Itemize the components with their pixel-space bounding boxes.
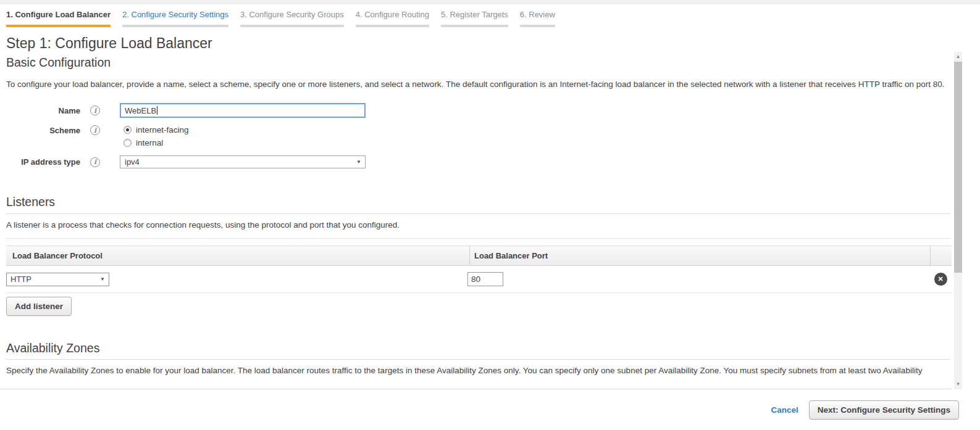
port-cell: 80 bbox=[467, 272, 928, 286]
scroll-down-icon[interactable]: ▼ bbox=[954, 379, 962, 389]
basic-configuration-heading: Basic Configuration bbox=[6, 56, 952, 70]
column-header-actions bbox=[930, 246, 952, 266]
scheme-options: internet-facing internal bbox=[124, 125, 189, 147]
listener-row: HTTP ▼ 80 ✕ bbox=[6, 266, 952, 293]
add-listener-button[interactable]: Add listener bbox=[6, 297, 72, 316]
availability-zones-heading: Availability Zones bbox=[6, 341, 952, 355]
listeners-description: A listener is a process that checks for … bbox=[6, 218, 945, 231]
tab-configure-security-settings[interactable]: 2. Configure Security Settings bbox=[122, 10, 228, 27]
name-input[interactable]: WebELB bbox=[120, 103, 366, 118]
cancel-button[interactable]: Cancel bbox=[771, 405, 798, 415]
radio-internet-facing-label: internet-facing bbox=[136, 125, 189, 134]
ip-address-type-label: IP address type bbox=[0, 157, 80, 167]
protocol-select[interactable]: HTTP ▼ bbox=[6, 273, 109, 286]
tab-register-targets[interactable]: 5. Register Targets bbox=[441, 10, 508, 27]
listeners-table-header: Load Balancer Protocol Load Balancer Por… bbox=[6, 246, 952, 266]
tab-configure-security-groups[interactable]: 3. Configure Security Groups bbox=[240, 10, 344, 27]
name-input-value: WebELB bbox=[125, 106, 156, 115]
top-divider bbox=[0, 0, 980, 4]
protocol-select-value: HTTP bbox=[10, 275, 31, 284]
column-header-port: Load Balancer Port bbox=[469, 246, 930, 266]
divider bbox=[6, 213, 950, 214]
scheme-row: Scheme i internet-facing internal bbox=[0, 125, 952, 147]
tab-review[interactable]: 6. Review bbox=[520, 10, 555, 27]
tab-configure-load-balancer[interactable]: 1. Configure Load Balancer bbox=[6, 10, 111, 27]
remove-listener-icon[interactable]: ✕ bbox=[934, 273, 947, 286]
scheme-option-internet-facing: internet-facing bbox=[124, 125, 189, 134]
tab-configure-routing[interactable]: 4. Configure Routing bbox=[356, 10, 429, 27]
wizard-footer: Cancel Next: Configure Security Settings bbox=[0, 390, 980, 430]
divider bbox=[6, 359, 950, 360]
column-header-protocol: Load Balancer Protocol bbox=[6, 251, 469, 260]
listeners-heading: Listeners bbox=[6, 195, 952, 209]
vertical-scrollbar: ▲ ▼ bbox=[954, 52, 962, 389]
next-button[interactable]: Next: Configure Security Settings bbox=[809, 400, 959, 420]
dropdown-arrow-icon: ▼ bbox=[100, 276, 105, 282]
name-row: Name i WebELB bbox=[0, 103, 952, 118]
protocol-cell: HTTP ▼ bbox=[6, 273, 467, 286]
name-label: Name bbox=[0, 106, 80, 115]
dropdown-arrow-icon: ▼ bbox=[356, 159, 361, 165]
port-input[interactable]: 80 bbox=[467, 272, 503, 286]
ip-address-type-row: IP address type i ipv4 ▼ bbox=[0, 155, 952, 168]
scroll-up-icon[interactable]: ▲ bbox=[954, 52, 962, 61]
scheme-label: Scheme bbox=[0, 125, 80, 135]
ip-address-type-value: ipv4 bbox=[125, 157, 140, 167]
wizard-content: Basic Configuration To configure your lo… bbox=[0, 52, 952, 389]
radio-internal[interactable] bbox=[124, 139, 132, 147]
divider bbox=[6, 238, 950, 239]
port-input-value: 80 bbox=[471, 275, 480, 284]
availability-zones-description: Specify the Availability Zones to enable… bbox=[6, 364, 950, 377]
actions-cell: ✕ bbox=[928, 273, 952, 286]
info-icon[interactable]: i bbox=[90, 125, 100, 135]
radio-internet-facing[interactable] bbox=[124, 126, 132, 134]
info-icon[interactable]: i bbox=[90, 105, 100, 115]
text-cursor bbox=[157, 106, 157, 115]
ip-address-type-select[interactable]: ipv4 ▼ bbox=[120, 155, 366, 168]
info-icon[interactable]: i bbox=[90, 157, 100, 167]
scheme-option-internal: internal bbox=[124, 138, 189, 147]
radio-internal-label: internal bbox=[136, 138, 163, 147]
page-title: Step 1: Configure Load Balancer bbox=[6, 35, 980, 52]
basic-configuration-description: To configure your load balancer, provide… bbox=[6, 78, 945, 91]
scrollbar-thumb[interactable] bbox=[954, 62, 962, 273]
listeners-table: Load Balancer Protocol Load Balancer Por… bbox=[6, 246, 952, 293]
wizard-tabs: 1. Configure Load Balancer 2. Configure … bbox=[0, 4, 980, 27]
